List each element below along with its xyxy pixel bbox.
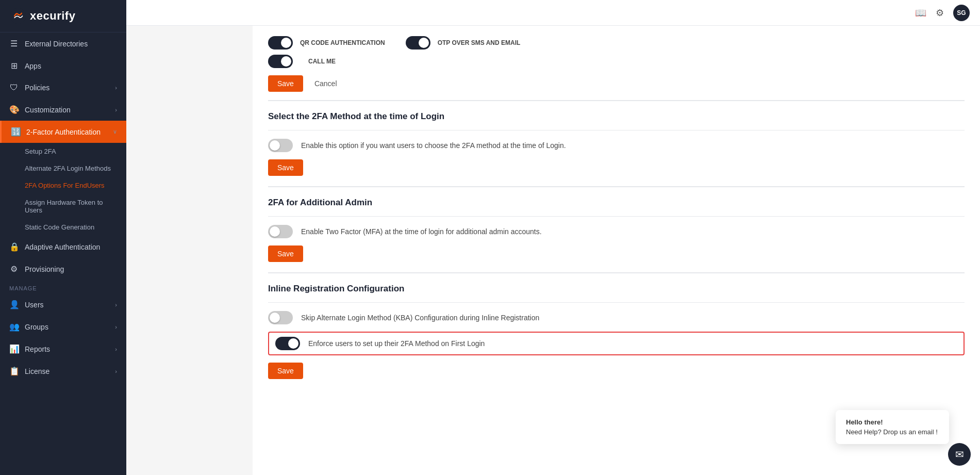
main-content: QR CODE AUTHENTICATION OTP OVER SMS AND … bbox=[253, 26, 980, 475]
section1-toggle[interactable] bbox=[268, 139, 293, 152]
section1-toggle-label: Enable this option if you want users to … bbox=[301, 141, 566, 150]
section2-toggle-track[interactable] bbox=[268, 225, 293, 238]
sidebar-item-provisioning[interactable]: ⚙ Provisioning bbox=[0, 258, 126, 280]
section3-title: Inline Registration Configuration bbox=[268, 284, 965, 294]
qr-toggle-thumb bbox=[281, 38, 291, 48]
sidebar-subitem-static-code[interactable]: Static Code Generation bbox=[0, 219, 126, 236]
section2-toggle-row: Enable Two Factor (MFA) at the time of l… bbox=[268, 225, 965, 238]
header-icons: 📖 ⚙ SG bbox=[915, 5, 970, 21]
sidebar-label-apps: Apps bbox=[25, 62, 117, 70]
section3-toggle1[interactable] bbox=[268, 311, 293, 324]
logo-text: xecurify bbox=[30, 9, 75, 23]
sidebar-item-users[interactable]: 👤 Users › bbox=[0, 293, 126, 316]
logo: xecurify bbox=[0, 0, 126, 32]
callme-toggle-col: CALL ME bbox=[268, 55, 965, 68]
section1-save-button[interactable]: Save bbox=[268, 159, 303, 176]
section3-save-row: Save bbox=[268, 363, 965, 379]
sidebar-subitem-assign-hardware[interactable]: Assign Hardware Token to Users bbox=[0, 194, 126, 219]
chat-hello: Hello there! bbox=[846, 418, 939, 426]
qr-toggle-label: QR CODE AUTHENTICATION bbox=[300, 39, 385, 46]
sidebar-item-policies[interactable]: 🛡 Policies › bbox=[0, 77, 126, 99]
sidebar-item-adaptive-auth[interactable]: 🔒 Adaptive Authentication bbox=[0, 236, 126, 258]
2fa-chevron: ∨ bbox=[113, 128, 117, 135]
section3-toggle2-thumb bbox=[288, 338, 298, 349]
callme-toggle-thumb bbox=[281, 56, 291, 67]
qr-toggle-col: QR CODE AUTHENTICATION bbox=[268, 36, 385, 50]
section3-toggle1-row: Skip Alternate Login Method (KBA) Config… bbox=[268, 311, 965, 324]
avatar[interactable]: SG bbox=[953, 5, 970, 21]
sidebar-item-apps[interactable]: ⊞ Apps bbox=[0, 55, 126, 77]
section2-toggle[interactable] bbox=[268, 225, 293, 238]
sidebar-subitem-2fa-options[interactable]: 2FA Options For EndUsers bbox=[0, 177, 126, 194]
top-save-button[interactable]: Save bbox=[268, 75, 303, 92]
top-toggles-section: QR CODE AUTHENTICATION OTP OVER SMS AND … bbox=[268, 36, 965, 92]
otp-toggle-track[interactable] bbox=[406, 36, 430, 50]
section2-title: 2FA for Additional Admin bbox=[268, 198, 965, 208]
settings-icon[interactable]: ⚙ bbox=[936, 7, 944, 19]
reports-chevron: › bbox=[115, 346, 117, 352]
adaptive-auth-icon: 🔒 bbox=[9, 242, 19, 252]
section-select-2fa-method: Select the 2FA Method at the time of Log… bbox=[268, 101, 965, 186]
section3-toggle1-track[interactable] bbox=[268, 311, 293, 324]
section3-save-button[interactable]: Save bbox=[268, 363, 303, 379]
customization-icon: 🎨 bbox=[9, 105, 19, 114]
section1-toggle-thumb bbox=[270, 140, 280, 151]
license-chevron: › bbox=[115, 368, 117, 374]
sidebar-label-groups: Groups bbox=[25, 323, 115, 331]
sidebar-label-license: License bbox=[25, 367, 115, 375]
qr-toggle-track[interactable] bbox=[268, 36, 293, 50]
subitem-label-alternate-2fa: Alternate 2FA Login Methods bbox=[25, 165, 111, 172]
subitem-label-assign-hardware: Assign Hardware Token to Users bbox=[25, 199, 117, 214]
section3-toggle1-thumb bbox=[270, 313, 280, 323]
apps-icon: ⊞ bbox=[9, 61, 19, 71]
section3-toggle2-row-highlighted: Enforce users to set up their 2FA Method… bbox=[268, 332, 965, 355]
otp-toggle[interactable] bbox=[406, 36, 430, 50]
policies-icon: 🛡 bbox=[9, 83, 19, 92]
section3-toggle1-label: Skip Alternate Login Method (KBA) Config… bbox=[301, 314, 539, 322]
sidebar-item-external-directories[interactable]: ☰ External Directories bbox=[0, 32, 126, 55]
sidebar-item-2fa[interactable]: 🔢 2-Factor Authentication ∨ bbox=[0, 121, 126, 143]
manage-section-label: Manage bbox=[0, 280, 126, 293]
chat-help: Need Help? Drop us an email ! bbox=[846, 428, 938, 436]
provisioning-icon: ⚙ bbox=[9, 264, 19, 274]
book-icon[interactable]: 📖 bbox=[915, 7, 926, 19]
qr-toggle[interactable] bbox=[268, 36, 293, 50]
otp-toggle-label: OTP OVER SMS AND EMAIL bbox=[438, 39, 521, 46]
sidebar-item-customization[interactable]: 🎨 Customization › bbox=[0, 99, 126, 121]
callme-toggle-label: CALL ME bbox=[308, 58, 336, 65]
sidebar-subitem-alternate-2fa[interactable]: Alternate 2FA Login Methods bbox=[0, 160, 126, 177]
sidebar-label-2fa: 2-Factor Authentication bbox=[26, 128, 113, 136]
subitem-label-static-code: Static Code Generation bbox=[25, 223, 94, 231]
groups-icon: 👥 bbox=[9, 322, 19, 332]
chat-popup: Hello there! Need Help? Drop us an email… bbox=[836, 410, 949, 444]
top-cancel-button[interactable]: Cancel bbox=[307, 75, 344, 92]
reports-icon: 📊 bbox=[9, 344, 19, 354]
callme-toggle-track[interactable] bbox=[268, 55, 293, 68]
section1-toggle-row: Enable this option if you want users to … bbox=[268, 139, 965, 152]
section2-save-row: Save bbox=[268, 245, 965, 262]
section2-save-button[interactable]: Save bbox=[268, 245, 303, 262]
users-chevron: › bbox=[115, 302, 117, 308]
callme-toggle[interactable] bbox=[268, 55, 293, 68]
section3-toggle2-track[interactable] bbox=[275, 337, 300, 350]
subitem-label-2fa-options: 2FA Options For EndUsers bbox=[25, 182, 105, 189]
section-inline-registration: Inline Registration Configuration Skip A… bbox=[268, 273, 965, 389]
section1-save-row: Save bbox=[268, 159, 965, 176]
sidebar-item-license[interactable]: 📋 License › bbox=[0, 360, 126, 382]
sidebar-subitem-setup-2fa[interactable]: Setup 2FA bbox=[0, 143, 126, 160]
sidebar-label-reports: Reports bbox=[25, 345, 115, 353]
sidebar-item-reports[interactable]: 📊 Reports › bbox=[0, 338, 126, 360]
section1-toggle-track[interactable] bbox=[268, 139, 293, 152]
sidebar-label-external-directories: External Directories bbox=[25, 40, 117, 48]
chat-button[interactable]: ✉ bbox=[948, 443, 971, 466]
sidebar-label-provisioning: Provisioning bbox=[25, 265, 117, 273]
sidebar-label-policies: Policies bbox=[25, 84, 115, 92]
otp-toggle-thumb bbox=[419, 38, 429, 48]
section-2fa-additional-admin: 2FA for Additional Admin Enable Two Fact… bbox=[268, 187, 965, 272]
users-icon: 👤 bbox=[9, 300, 19, 309]
section3-toggle2-label: Enforce users to set up their 2FA Method… bbox=[308, 339, 485, 348]
section3-toggle2[interactable] bbox=[275, 337, 300, 350]
sidebar-item-groups[interactable]: 👥 Groups › bbox=[0, 316, 126, 338]
2fa-icon: 🔢 bbox=[11, 127, 20, 137]
section1-title: Select the 2FA Method at the time of Log… bbox=[268, 111, 965, 122]
